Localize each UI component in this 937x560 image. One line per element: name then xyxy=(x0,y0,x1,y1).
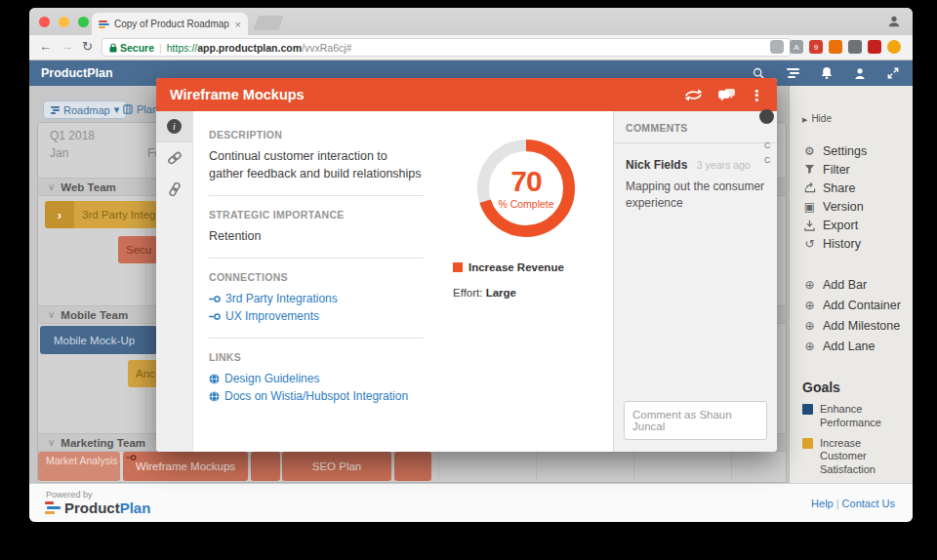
rail-tab-info[interactable]: i xyxy=(156,111,192,142)
help-link[interactable]: Help xyxy=(811,498,834,509)
minimize-window-button[interactable] xyxy=(59,17,69,27)
url-domain: app.productplan.com xyxy=(197,42,302,54)
collapse-chevron-icon: ∨ xyxy=(48,181,55,192)
notifications-bell-icon[interactable] xyxy=(821,66,833,80)
roadmaps-menu-icon[interactable] xyxy=(787,68,799,78)
connection-link-ux-improvements[interactable]: UX Improvements xyxy=(209,307,424,325)
extension-icon-2[interactable]: A xyxy=(790,40,803,54)
right-sidebar: ▶Hide ⚙Settings Filter Share ▣Version Ex… xyxy=(789,86,913,483)
extension-icons: A 9 xyxy=(770,40,901,54)
comment-item: Nick Fields 3 years ago Mapping out the … xyxy=(614,143,777,223)
extension-icon-5[interactable] xyxy=(848,40,862,54)
roadmap-dropdown-button[interactable]: Roadmap ▾ xyxy=(43,100,127,119)
footer-link-divider: | xyxy=(836,498,839,509)
modal-side-rail: i xyxy=(156,111,193,452)
chain-link-icon xyxy=(167,182,183,196)
new-tab-button[interactable] xyxy=(253,16,283,30)
roadmap-bar-unlabeled[interactable] xyxy=(251,452,280,481)
links-heading: LINKS xyxy=(209,351,424,363)
strategic-importance-heading: STRATEGIC IMPORTANCE xyxy=(209,209,424,220)
section-divider xyxy=(209,195,424,196)
hide-sidebar-toggle[interactable]: ▶Hide xyxy=(802,113,905,124)
comment-author: Nick Fields xyxy=(626,158,687,172)
add-bar-button[interactable]: ⊕Add Bar xyxy=(802,274,905,295)
sync-loop-icon[interactable] xyxy=(683,88,704,102)
window-controls[interactable] xyxy=(39,17,89,27)
comment-text: Mapping out the consumer experience xyxy=(626,179,765,212)
comments-bubble-icon[interactable] xyxy=(717,88,736,102)
sidebar-item-filter[interactable]: Filter xyxy=(802,160,905,179)
screenshot-stage: Copy of Product Roadmap - Pr × ← → ↻ Sec… xyxy=(0,0,937,560)
roadmap-bar-anc[interactable]: Anc xyxy=(128,360,157,387)
percent-complete-donut-chart: 70 % Complete xyxy=(472,135,580,242)
roadmap-bar-seo-plan[interactable]: SEO Plan xyxy=(282,452,391,481)
floating-widget-dot[interactable] xyxy=(759,109,774,124)
close-window-button[interactable] xyxy=(39,17,50,27)
productplan-favicon xyxy=(99,20,109,28)
reload-button[interactable]: ↻ xyxy=(82,39,93,54)
plus-circle-icon: ⊕ xyxy=(802,340,817,353)
zoom-window-button[interactable] xyxy=(78,17,89,27)
url-scheme: https:// xyxy=(167,42,198,54)
strategic-importance-text: Retention xyxy=(209,227,424,245)
productplan-brand[interactable]: ProductPlan xyxy=(41,66,113,80)
browser-profile-icon[interactable] xyxy=(887,15,901,28)
goal-legend-row: Increase Revenue xyxy=(453,261,613,273)
browser-tab[interactable]: Copy of Product Roadmap - Pr × xyxy=(92,13,248,35)
roadmap-bar-wireframe-mockups[interactable]: Wireframe Mockups xyxy=(123,452,248,481)
sidebar-item-version[interactable]: ▣Version xyxy=(802,197,905,216)
effort-row: Effort: Large xyxy=(453,287,613,299)
roadmap-bars-icon xyxy=(51,106,60,114)
roadmap-bar-security[interactable]: Secu xyxy=(118,236,157,263)
collapse-chevron-icon: ∨ xyxy=(48,437,55,448)
contact-us-link[interactable]: Contact Us xyxy=(842,498,895,509)
address-bar[interactable]: Secure | https://app.productplan.com/vvx… xyxy=(102,38,791,57)
truncated-background-label: C xyxy=(764,155,771,165)
kebab-menu-icon[interactable]: ⋮ xyxy=(750,88,764,102)
roadmap-bar-market-analysis[interactable]: Market Analysis xyxy=(38,452,120,481)
browser-toolbar: ← → ↻ Secure | https://app.productplan.c… xyxy=(29,35,913,60)
bar-expand-chevron-icon[interactable]: › xyxy=(45,201,74,228)
account-icon[interactable] xyxy=(854,67,866,80)
back-button[interactable]: ← xyxy=(39,39,52,54)
add-lane-button[interactable]: ⊕Add Lane xyxy=(802,336,905,356)
modal-header: Wireframe Mockups ⋮ xyxy=(156,78,777,111)
connections-heading: CONNECTIONS xyxy=(209,271,424,283)
lock-icon xyxy=(109,43,117,53)
expand-icon[interactable] xyxy=(887,67,899,79)
close-tab-icon[interactable]: × xyxy=(235,19,241,30)
modal-title: Wireframe Mockups xyxy=(170,87,305,102)
sidebar-item-share[interactable]: Share xyxy=(802,179,905,197)
comment-input[interactable] xyxy=(624,401,767,440)
sidebar-item-history[interactable]: ↺History xyxy=(802,234,905,253)
roadmap-bar-unlabeled[interactable] xyxy=(394,452,431,481)
extension-icon-1[interactable] xyxy=(770,40,784,54)
extension-icon-6[interactable] xyxy=(868,40,881,54)
extension-icon-4[interactable] xyxy=(829,40,842,54)
external-link-docs-wistia-hubspot[interactable]: Docs on Wistia/Hubspot Integration xyxy=(209,387,424,405)
section-divider xyxy=(209,338,424,339)
comment-timestamp: 3 years ago xyxy=(697,159,751,171)
secure-badge[interactable]: Secure xyxy=(109,42,154,54)
productplan-footer-logo[interactable]: ProductPlan xyxy=(45,500,150,516)
roadmap-bar-3rd-party[interactable]: › 3rd Party Integr xyxy=(45,201,157,228)
plus-circle-icon: ⊕ xyxy=(802,278,817,292)
goal-color-swatch xyxy=(802,438,813,449)
connection-link-3rd-party[interactable]: 3rd Party Integrations xyxy=(209,290,424,307)
roadmap-bar-mobile-mockup[interactable]: Mobile Mock-Up xyxy=(40,326,157,354)
comments-heading: COMMENTS xyxy=(614,111,777,143)
plus-circle-icon: ⊕ xyxy=(802,299,817,312)
sidebar-item-settings[interactable]: ⚙Settings xyxy=(802,141,905,160)
add-container-button[interactable]: ⊕Add Container xyxy=(802,295,905,315)
url-text: https://app.productplan.com/vvxRa6cj# xyxy=(167,42,352,54)
add-milestone-button[interactable]: ⊕Add Milestone xyxy=(802,315,905,336)
sidebar-item-export[interactable]: Export xyxy=(802,216,905,234)
rail-tab-links[interactable] xyxy=(156,174,192,205)
extension-icon-7[interactable] xyxy=(887,40,901,54)
external-link-design-guidelines[interactable]: Design Guidelines xyxy=(209,370,424,387)
extension-icon-3[interactable]: 9 xyxy=(809,40,823,54)
forward-button[interactable]: → xyxy=(61,39,73,54)
productplan-logo-icon xyxy=(45,501,61,514)
rail-tab-connections[interactable] xyxy=(156,142,192,174)
url-divider: | xyxy=(159,42,162,54)
